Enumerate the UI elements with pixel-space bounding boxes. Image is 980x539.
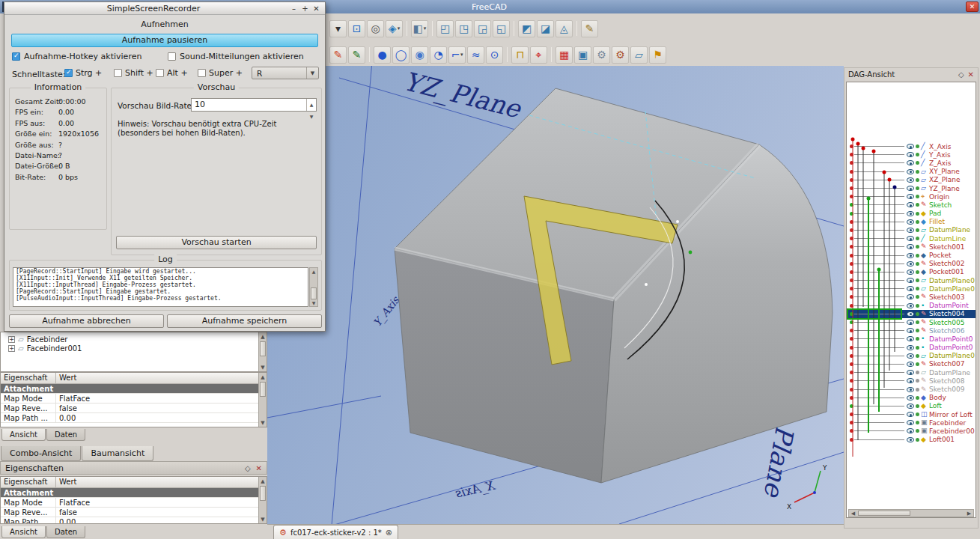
view-front-button[interactable]: ◰ bbox=[436, 20, 454, 37]
visibility-eye-icon[interactable] bbox=[907, 387, 914, 392]
property-row[interactable]: Map ModeFlatFace bbox=[1, 498, 258, 508]
visibility-eye-icon[interactable] bbox=[907, 328, 914, 333]
scroll-down-icon[interactable] bbox=[310, 299, 317, 306]
chevron-down-icon[interactable]: ▼ bbox=[306, 67, 318, 79]
expander-icon[interactable]: + bbox=[8, 336, 15, 343]
checkbox-icon[interactable] bbox=[64, 69, 73, 77]
dag-item[interactable]: ✎Sketch001 bbox=[847, 243, 976, 251]
close-panel-icon[interactable]: ✕ bbox=[968, 70, 974, 79]
scroll-track[interactable] bbox=[310, 275, 317, 299]
property-group-row[interactable]: Attachment bbox=[1, 488, 258, 498]
dag-item[interactable]: ╱X_Axis bbox=[847, 142, 976, 150]
dag-item[interactable]: ✎Sketch008 bbox=[847, 377, 976, 385]
fit-all-button[interactable]: ⊡ bbox=[348, 20, 365, 37]
property-row[interactable]: Map Path ...0.00 bbox=[1, 413, 258, 423]
hotkey-enable-checkbox[interactable]: Aufnahme-Hotkey aktivieren bbox=[12, 52, 141, 61]
dag-item[interactable]: ▱DatumPlane0 bbox=[847, 284, 976, 293]
checkbox-icon[interactable] bbox=[114, 69, 122, 77]
visibility-eye-icon[interactable] bbox=[907, 353, 914, 359]
scroll-thumb[interactable] bbox=[311, 287, 317, 299]
dag-item[interactable]: ◫Mirror of Loft bbox=[847, 410, 976, 418]
scroll-thumb[interactable] bbox=[260, 486, 266, 501]
arc-button[interactable]: ◔ bbox=[430, 46, 447, 64]
bspline-button[interactable]: ≈ bbox=[467, 46, 484, 64]
view-left-button[interactable]: ◪ bbox=[537, 20, 554, 37]
measure-button[interactable]: ✎ bbox=[581, 20, 598, 37]
visibility-eye-icon[interactable] bbox=[907, 194, 914, 199]
eigenschaften-panel-header[interactable]: Eigenschaften ◇ ✕ bbox=[0, 461, 267, 475]
visibility-eye-icon[interactable] bbox=[907, 236, 914, 241]
dag-item[interactable]: ◆Loft001 bbox=[847, 436, 976, 444]
visibility-eye-icon[interactable] bbox=[907, 202, 914, 207]
dag-item[interactable]: ◆Body bbox=[847, 394, 976, 402]
visibility-eye-icon[interactable] bbox=[907, 144, 914, 149]
property-scrollbar[interactable] bbox=[258, 373, 267, 427]
start-preview-button[interactable]: Vorschau starten bbox=[116, 236, 317, 249]
dag-item[interactable]: ▱YZ_Plane bbox=[847, 184, 976, 192]
tab-daten[interactable]: Daten bbox=[46, 429, 85, 441]
hotkey-mod[interactable]: Shift + bbox=[114, 68, 153, 78]
tab-ansicht[interactable]: Ansicht bbox=[1, 526, 46, 538]
visibility-eye-icon[interactable] bbox=[907, 362, 914, 367]
window-close-button[interactable]: ✕ bbox=[966, 1, 979, 12]
dag-horizontal-scrollbar[interactable] bbox=[848, 509, 974, 517]
create-sketch-button[interactable]: ✎ bbox=[329, 46, 347, 64]
column-wert[interactable]: Wert bbox=[56, 477, 258, 487]
scroll-up-icon[interactable] bbox=[259, 477, 267, 485]
dag-item[interactable]: ◆Pad bbox=[847, 210, 976, 218]
visibility-eye-icon[interactable] bbox=[907, 253, 914, 258]
scroll-down-icon[interactable] bbox=[259, 363, 267, 371]
spin-up-icon[interactable] bbox=[307, 99, 316, 111]
dag-item[interactable]: ▱XY_Plane bbox=[847, 168, 976, 176]
dag-item[interactable]: ▱XZ_Plane bbox=[847, 176, 976, 184]
dag-item[interactable]: ╱DatumLine bbox=[847, 234, 976, 243]
property-row[interactable]: Map Reve...false bbox=[1, 404, 258, 413]
ellipse-button[interactable]: ◯ bbox=[392, 46, 410, 64]
flag-button[interactable]: ⚑ bbox=[649, 46, 666, 64]
visibility-eye-icon[interactable] bbox=[907, 169, 914, 174]
scroll-up-icon[interactable] bbox=[310, 268, 317, 275]
dag-item[interactable]: ✎Sketch003 bbox=[847, 293, 976, 301]
visibility-eye-icon[interactable] bbox=[907, 177, 914, 183]
property-row[interactable]: Map ModeFlatFace bbox=[1, 394, 258, 404]
zoom-button[interactable]: ◎ bbox=[367, 20, 384, 37]
array-button[interactable]: ▦ bbox=[556, 46, 573, 64]
tree-item[interactable]: +▱Facebinder001 bbox=[1, 344, 258, 353]
sound-notify-checkbox[interactable]: Sound-Mitteilungen aktivieren bbox=[168, 52, 304, 61]
maximize-icon[interactable]: + bbox=[299, 4, 311, 13]
dag-panel-header[interactable]: DAG-Ansicht ◇ ✕ bbox=[844, 68, 978, 81]
dag-item[interactable]: ◆Pocket001 bbox=[847, 268, 976, 276]
tab-daten[interactable]: Daten bbox=[46, 526, 85, 538]
dag-item[interactable]: •DatumPoint0 bbox=[847, 344, 976, 352]
visibility-eye-icon[interactable] bbox=[907, 270, 914, 275]
pause-recording-button[interactable]: Aufnahme pausieren bbox=[11, 34, 318, 47]
visibility-eye-icon[interactable] bbox=[907, 428, 914, 433]
checkbox-icon[interactable] bbox=[156, 69, 164, 77]
visibility-eye-icon[interactable] bbox=[907, 244, 914, 249]
column-eigenschaft[interactable]: Eigenschaft bbox=[1, 477, 56, 487]
dag-item[interactable]: ✎Sketch002 bbox=[847, 260, 976, 268]
visibility-eye-icon[interactable] bbox=[907, 370, 914, 375]
point-button[interactable]: ● bbox=[374, 46, 391, 64]
visibility-eye-icon[interactable] bbox=[907, 286, 914, 291]
scroll-track[interactable] bbox=[259, 341, 267, 363]
float-panel-icon[interactable]: ◇ bbox=[245, 464, 251, 472]
scroll-thumb[interactable] bbox=[260, 382, 266, 397]
close-panel-icon[interactable]: ✕ bbox=[256, 464, 262, 472]
scroll-thumb[interactable] bbox=[260, 341, 266, 356]
draw-style-button[interactable]: ◧▾ bbox=[411, 20, 428, 37]
dag-item[interactable]: ✎Sketch004 bbox=[847, 310, 976, 318]
dag-item[interactable]: ▱DatumPlane0 bbox=[847, 352, 976, 360]
model-tree[interactable]: +▱Facebinder+▱Facebinder001 bbox=[0, 332, 267, 372]
visibility-eye-icon[interactable] bbox=[907, 311, 914, 317]
visibility-eye-icon[interactable] bbox=[907, 303, 914, 308]
ssr-window[interactable]: SimpleScreenRecorder – + ✕ Aufnehmen Auf… bbox=[4, 1, 326, 332]
workbench-dropdown-button[interactable]: ▾ bbox=[329, 20, 347, 37]
tab-ansicht[interactable]: Ansicht bbox=[1, 429, 46, 441]
dag-item[interactable]: ▱DatumPlane0 bbox=[847, 276, 976, 284]
dag-item[interactable]: ▣Facebinder bbox=[847, 418, 976, 427]
scroll-right-icon[interactable] bbox=[965, 510, 973, 517]
column-eigenschaft[interactable]: Eigenschaft bbox=[1, 373, 56, 383]
dag-item[interactable]: ▱DatumPlane bbox=[847, 226, 976, 234]
visibility-eye-icon[interactable] bbox=[907, 395, 914, 401]
